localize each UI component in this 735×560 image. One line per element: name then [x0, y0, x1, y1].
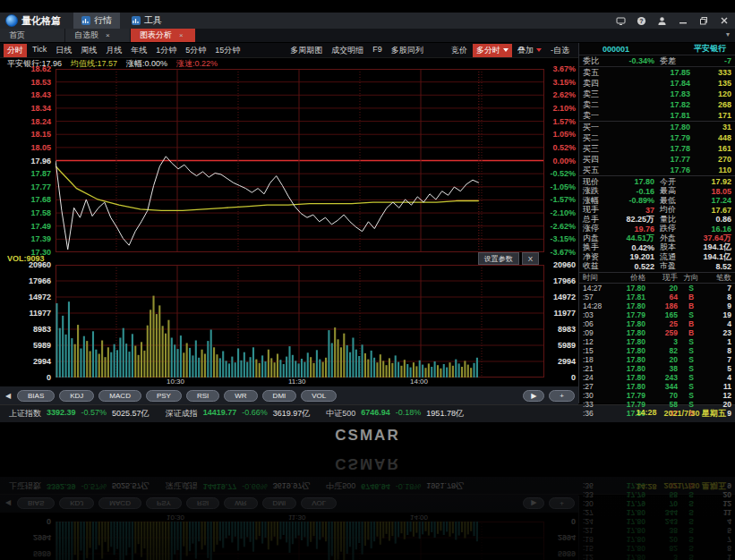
toolbar-button-多股同列[interactable]: 多股同列	[388, 44, 427, 57]
menu-item-2[interactable]: 工具	[124, 13, 170, 29]
tab-自选股[interactable]: 自选股×	[65, 29, 130, 42]
ask-row[interactable]: 卖三17.83120	[579, 89, 735, 99]
index-深证成指: 深证成指14419.77-0.66%3619.97亿	[166, 408, 311, 420]
indicator-pill-MACD[interactable]: MACD	[98, 390, 141, 402]
toolbar-button-多周期图[interactable]: 多周期图	[286, 44, 326, 57]
close-pane-button[interactable]: X	[522, 252, 539, 265]
toolbar-button--自选[interactable]: -自选	[547, 44, 573, 57]
trade-cell: :24	[583, 373, 610, 382]
menu-item-1[interactable]: 行情	[73, 13, 120, 29]
tab-close-icon[interactable]: ×	[106, 31, 110, 39]
indicator-pill-VOL[interactable]: VOL	[301, 390, 337, 402]
stat-value: -0.89%	[606, 196, 660, 205]
volume-axis-labels-left: 209601796614972119778983598929940	[0, 265, 56, 378]
ask-row[interactable]: 卖一17.81171	[579, 110, 735, 121]
indicator-pill-WR[interactable]: WR	[224, 390, 257, 402]
trade-row: :1217.803S1	[583, 337, 731, 346]
volume-tick-label: 11977	[553, 309, 576, 318]
help-icon[interactable]: ?	[636, 15, 647, 27]
period-button-月线[interactable]: 月线	[102, 44, 125, 57]
period-button-日线[interactable]: 日线	[52, 44, 75, 57]
indicator-pill-DMI[interactable]: DMI	[262, 390, 297, 402]
minimize-button[interactable]	[677, 15, 688, 27]
tab-label: 自选股	[74, 30, 98, 41]
dropdown-caret-icon	[503, 48, 509, 52]
price-tick-label: 18.15	[30, 130, 51, 139]
trade-cell: B	[678, 319, 705, 328]
reflection: 量化格篇 行情工具 ? 首页自选股×图表分析× ▾ 分时Tick日线周线月线年线…	[0, 450, 735, 560]
tab-图表分析[interactable]: 图表分析×	[131, 29, 195, 42]
bid-row[interactable]: 买五17.76110	[579, 165, 735, 175]
intraday-price-chart[interactable]	[56, 69, 544, 252]
ask-volume: 333	[690, 68, 731, 77]
trade-cell: 9	[705, 301, 731, 310]
pct-tick-label: 3.67%	[552, 64, 576, 73]
change-label: 涨幅:0.00%	[126, 58, 167, 70]
status-time: 14:28	[636, 408, 656, 420]
tab-overflow-chevron-icon[interactable]: ▾	[726, 30, 730, 38]
csmar-watermark: CSMAR	[0, 427, 735, 445]
price-tick-label: 17.49	[30, 222, 51, 231]
price-tick-label: 17.58	[30, 208, 51, 217]
period-button-分时[interactable]: 分时	[4, 44, 27, 57]
price-tick-label: 17.39	[30, 234, 51, 243]
volume-axis-labels-right: 209601796614972119778983598929940	[544, 265, 578, 378]
stock-code: 000001	[603, 45, 629, 54]
avg-line-label: 均值线:17.57	[71, 58, 117, 70]
scroll-right-icon[interactable]: ▶	[523, 390, 544, 402]
tools-menu-icon	[132, 16, 141, 25]
period-button-Tick[interactable]: Tick	[29, 44, 50, 57]
period-button-5分钟[interactable]: 5分钟	[182, 44, 209, 57]
monitor-icon[interactable]	[615, 15, 627, 27]
indicator-pill-RSI[interactable]: RSI	[186, 390, 219, 402]
period-button-周线[interactable]: 周线	[77, 44, 100, 57]
add-indicator-button[interactable]: +	[549, 390, 575, 402]
toolbar-button-F9[interactable]: F9	[369, 44, 386, 57]
volume-tick-label: 20960	[553, 260, 576, 269]
ask-volume: 171	[690, 111, 731, 120]
trade-cell: 17.80	[610, 346, 645, 355]
period-button-年线[interactable]: 年线	[127, 44, 150, 57]
main-menu: 行情工具	[73, 13, 170, 29]
close-button[interactable]	[718, 15, 730, 27]
ask-row[interactable]: 卖四17.84135	[579, 78, 735, 89]
trade-cell: 3	[645, 337, 678, 346]
bid-volume: 270	[690, 155, 731, 164]
ask-row[interactable]: 卖五17.85333	[579, 67, 735, 78]
restore-button[interactable]	[697, 15, 709, 27]
bid-row[interactable]: 买一17.8031	[579, 122, 735, 132]
indicator-pill-BIAS[interactable]: BIAS	[17, 390, 55, 402]
period-button-15分钟[interactable]: 15分钟	[211, 44, 244, 57]
ask-row[interactable]: 卖二17.82268	[579, 99, 735, 110]
period-toolbar: 分时Tick日线周线月线年线1分钟5分钟15分钟 多周期图成交明细F9多股同列 …	[0, 43, 578, 58]
stat-label: 市盈	[660, 260, 683, 272]
indicator-pill-PSY[interactable]: PSY	[146, 390, 182, 402]
toolbar-button-成交明细[interactable]: 成交明细	[328, 44, 367, 57]
trade-cell: S	[678, 346, 705, 355]
period-button-1分钟[interactable]: 1分钟	[152, 44, 180, 57]
time-tick-label: 10:30	[167, 378, 184, 386]
index-value: 6746.94	[361, 408, 390, 420]
indicator-pill-KDJ[interactable]: KDJ	[59, 390, 94, 402]
chart-info-line: 平安银行:17.96 均值线:17.57 涨幅:0.00% 涨速:0.22%	[0, 58, 578, 69]
bid-row[interactable]: 买二17.79448	[579, 132, 735, 143]
trade-row: :0617.8025B4	[583, 319, 731, 328]
indicator-settings-button[interactable]: 设置参数	[478, 252, 519, 265]
bid-row[interactable]: 买三17.78161	[579, 143, 735, 154]
user-icon[interactable]	[656, 15, 668, 27]
ask-price: 17.84	[604, 79, 690, 88]
index-change-pct: -0.57%	[81, 408, 107, 420]
toolbar-button-多分时[interactable]: 多分时	[473, 44, 512, 57]
toolbar-button-竞价[interactable]: 竞价	[448, 44, 471, 57]
toolbar-button-叠加[interactable]: 叠加	[514, 44, 545, 57]
bid-volume: 110	[690, 165, 731, 174]
stat-value: 0.522	[606, 262, 660, 271]
volume-chart[interactable]	[56, 265, 544, 378]
trade-cell: 17.80	[610, 319, 645, 328]
bid-price: 17.77	[604, 155, 690, 164]
tab-首页[interactable]: 首页	[0, 29, 64, 42]
tab-close-icon[interactable]: ×	[179, 31, 184, 39]
bid-row[interactable]: 买四17.77270	[579, 154, 735, 165]
scroll-left-icon[interactable]: ◀	[4, 392, 13, 400]
trade-cell: 243	[645, 373, 678, 382]
